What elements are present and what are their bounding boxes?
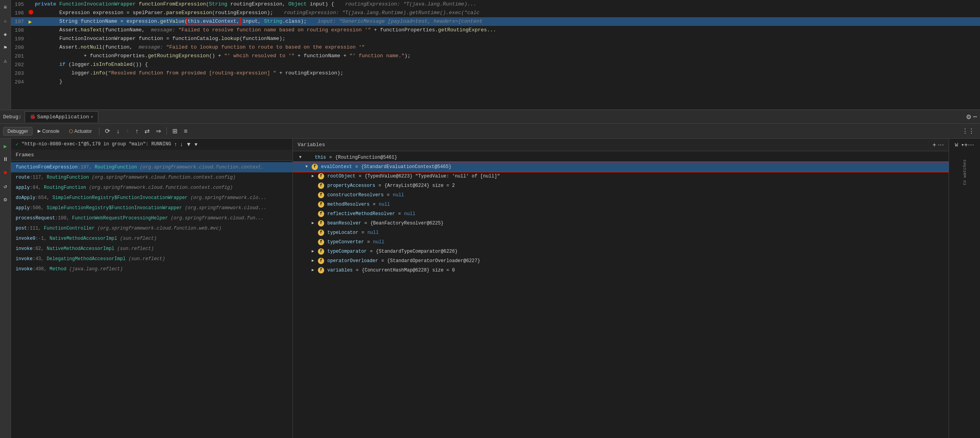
frame-item-8[interactable]: invoke:62, NativeMethodAccessorImpl (sun… [11,244,292,254]
add-watch-button[interactable]: + [933,141,936,148]
expand-arrow-rootobject[interactable]: ▶ [312,173,316,180]
expand-arrow-typecomparator[interactable]: ▶ [312,248,316,255]
toolbar-right: ⋮⋮ [960,126,977,136]
field-icon-methodresolvers: f [318,201,324,208]
frame-item-9[interactable]: invoke:43, DelegatingMethodAccessorImpl … [11,254,292,264]
var-variables[interactable]: ▶ f variables = {ConcurrentHashMap@6228}… [293,266,949,275]
field-icon-beanresolver: f [318,220,324,226]
step-over-button[interactable]: ⟳ [103,126,112,136]
line-number-202: 202 [11,62,29,68]
var-name-variables: variables [327,267,353,274]
favorites-icon[interactable]: ☆ [1,16,10,25]
line-content-201: + functionProperties.getRoutingExpressio… [35,52,980,60]
var-value-typelocator: null [367,229,379,236]
step-out-button[interactable]: ↑ [123,126,131,136]
toolbar-tabs: Debugger ▶ Console ⬡ Actuator [3,127,96,136]
frame-item-4[interactable]: apply:506, SimpleFunctionRegistry$Functi… [11,203,292,213]
frames-button[interactable]: ⊞ [170,126,180,136]
analysis-icon[interactable]: ◈ [1,30,10,38]
var-name-methodresolvers: methodResolvers [327,201,370,208]
variables-more-button[interactable]: ⋯ [938,141,944,148]
line-marker-197: ▶ [29,18,35,25]
var-methodresolvers[interactable]: ▶ f methodResolvers = null [293,200,949,209]
variables-list[interactable]: ▼ this = {RoutingFunction@5461} ▼ f eval… [293,151,949,438]
code-line-203: 203 logger.info("Resolved function from … [11,69,980,78]
thread-filter-btn[interactable]: ▼ [186,141,191,147]
thread-status-icon: ✓ [16,141,18,147]
step-into-button[interactable]: ↓ [114,126,122,136]
more-options-button[interactable]: ⋮⋮ [960,126,977,136]
expand-arrow-evalcontext[interactable]: ▼ [305,163,310,170]
expand-arrow-beanresolver[interactable]: ▶ [312,220,316,227]
tab-console[interactable]: ▶ Console [33,127,64,136]
settings-debug-icon[interactable]: ⚙ [1,195,10,204]
var-propertyaccessors[interactable]: ▶ f propertyAccessors = {ArrayList@6224}… [293,181,949,190]
force-step-button[interactable]: ⇒ [153,126,163,136]
evaluate-button[interactable]: ⇄ [142,126,152,136]
debug-tab-close[interactable]: × [90,115,93,119]
stop-icon[interactable]: ■ [1,168,10,177]
resume-icon[interactable]: ▶ [1,142,10,150]
expand-arrow-operatoroverloader[interactable]: ▶ [312,257,316,264]
settings-expand-icon[interactable]: ⋯ [973,113,977,121]
line-number-197: 197 [11,19,29,25]
var-evalcontext[interactable]: ▼ f evalContext = {StandardEvaluationCon… [293,162,949,172]
issue-icon[interactable]: ⚠ [1,56,10,65]
add-watch-plus-button[interactable]: + [964,141,968,148]
var-eq-evalcontext: = [355,163,358,170]
code-editor: ≡ ☆ ◈ ⚑ ⚠ 195 private FunctionInvocation… [0,0,980,110]
frame-item-6[interactable]: post:111, FunctionController (org.spring… [11,223,292,233]
field-icon-operatoroverloader: f [318,258,324,264]
frames-list[interactable]: functionFromExpression:197, RoutingFunct… [11,161,292,438]
tab-actuator[interactable]: ⬡ Actuator [65,127,96,136]
frame-item-5[interactable]: processRequest:100, FunctionWebRequestPr… [11,213,292,223]
var-value-evalcontext: {StandardEvaluationContext@5465} [361,163,451,170]
watch-more-button[interactable]: ⋯ [968,141,974,148]
var-name-typeconverter: typeConverter [327,239,364,246]
var-value-typecomparator: {StandardTypeComparator@6226} [376,248,458,255]
expand-arrow-this[interactable]: ▼ [299,154,304,161]
expand-arrow-variables[interactable]: ▶ [312,267,316,274]
var-reflectivemethodresolver[interactable]: ▶ f reflectiveMethodResolver = null [293,209,949,219]
variables-button[interactable]: ≡ [181,126,190,136]
field-icon-propertyaccessors: f [318,183,324,189]
debug-tab-bar: Debug: 🐞 SampleApplication × ⚙ ⋯ [0,110,980,124]
debug-main: ▶ ⏸ ■ ↺ ⚙ ✓ "http-nio-8080-exec-1"@5,179… [0,139,980,438]
code-line-198: 198 Assert.hasText(functionName, message… [11,26,980,34]
debug-tab-sample[interactable]: 🐞 SampleApplication × [25,111,98,122]
code-line-202: 202 if (logger.isInfoEnabled()) { [11,60,980,69]
var-typeconverter[interactable]: ▶ f typeConverter = null [293,237,949,247]
frame-item-1[interactable]: route:117, RoutingFunction (org.springfr… [11,172,292,183]
debug-tab-name: SampleApplication [37,114,89,120]
run-to-cursor-button[interactable]: ↑ [133,126,141,136]
thread-down-btn[interactable]: ↓ [180,141,183,147]
line-content-195: private FunctionInvocationWrapper functi… [35,0,980,9]
thread-up-btn[interactable]: ↑ [174,141,177,147]
pause-icon[interactable]: ⏸ [1,155,10,164]
var-value-methodresolvers: null [379,201,390,208]
structure-icon[interactable]: ≡ [1,3,10,12]
thread-more-btn[interactable]: ▾ [195,141,197,147]
code-line-196: 196 Expression expression = spelParser.p… [11,9,980,17]
frame-item-2[interactable]: apply:84, RoutingFunction (org.springfra… [11,183,292,193]
var-rootobject[interactable]: ▶ f rootObject = {TypedValue@6223} "Type… [293,172,949,181]
var-typelocator[interactable]: ▶ f typeLocator = null [293,228,949,237]
settings-button[interactable]: ⚙ [966,113,971,121]
rerun-icon[interactable]: ↺ [1,182,10,190]
var-typecomparator[interactable]: ▶ f typeComparator = {StandardTypeCompar… [293,247,949,256]
frame-item-10[interactable]: invoke:498, Method (java.lang.reflect) [11,264,292,274]
watch-header: W ▾ + ⋯ [955,141,974,148]
tab-debugger[interactable]: Debugger [3,127,32,136]
breakpoint-196[interactable] [29,10,33,14]
frame-item-3[interactable]: doApply:654, SimpleFunctionRegistry$Func… [11,193,292,203]
debug-left-icons: ▶ ⏸ ■ ↺ ⚙ [0,139,11,438]
var-this[interactable]: ▼ this = {RoutingFunction@5461} [293,153,949,162]
var-constructorresolvers[interactable]: ▶ f constructorResolvers = null [293,190,949,200]
frame-item-0[interactable]: functionFromExpression:197, RoutingFunct… [11,162,292,172]
var-beanresolver[interactable]: ▶ f beanResolver = {BeanFactoryResolver@… [293,219,949,228]
audit-icon[interactable]: ⚑ [1,43,10,52]
frame-item-7[interactable]: invoke0:-1, NativeMethodAccessorImpl (su… [11,233,292,244]
field-icon-typeconverter: f [318,239,324,245]
var-operatoroverloader[interactable]: ▶ f operatorOverloader = {StandardOperat… [293,256,949,266]
line-number-198: 198 [11,27,29,33]
